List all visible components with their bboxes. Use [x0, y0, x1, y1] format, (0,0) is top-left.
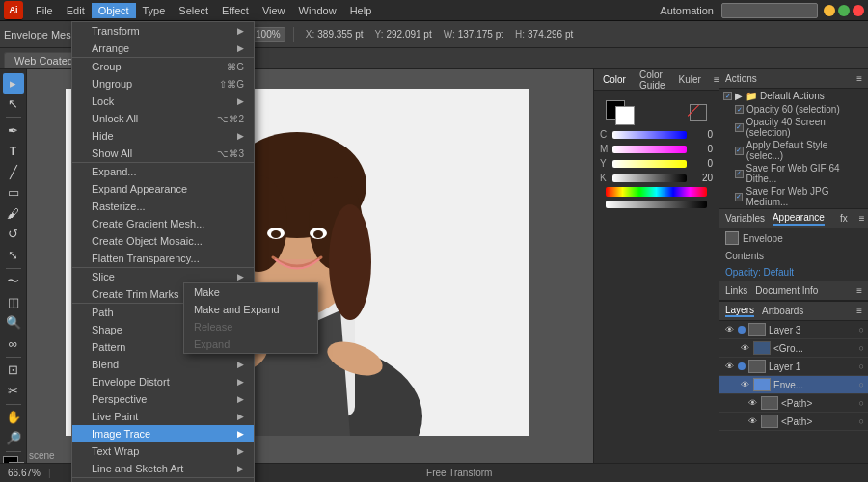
menu-envelope-distort[interactable]: Envelope Distort▶	[72, 373, 254, 390]
window-minimize[interactable]	[824, 5, 835, 16]
appearance-opacity-row[interactable]: Opacity: Default	[719, 264, 868, 281]
appearance-tab[interactable]: Appearance	[773, 212, 825, 226]
layer-expand-1[interactable]: ○	[859, 362, 864, 371]
sublayer-vis-gro[interactable]: 👁	[739, 342, 750, 354]
menu-hide[interactable]: Hide ▶	[72, 127, 254, 145]
menu-rasterize[interactable]: Rasterize...	[72, 198, 254, 215]
color-guide-tab[interactable]: Color Guide	[635, 67, 670, 93]
menu-line-sketch-art[interactable]: Line and Sketch Art▶	[72, 460, 254, 477]
actions-group-checkbox[interactable]	[723, 92, 732, 100]
envelope-checkbox[interactable]	[725, 231, 739, 245]
menu-ungroup[interactable]: Ungroup ⇧⌘G	[72, 75, 254, 93]
direct-select-tool[interactable]: ↖	[3, 94, 24, 115]
action-checkbox-4[interactable]	[735, 193, 743, 201]
action-checkbox-2[interactable]	[735, 147, 744, 155]
variables-tab[interactable]: Variables	[725, 213, 765, 224]
layer-sublayer-path2[interactable]: 👁 <Path> ○	[719, 413, 868, 431]
rect-tool[interactable]: ▭	[3, 183, 24, 203]
appearance-panel-menu[interactable]: ≡	[859, 213, 865, 224]
menu-window[interactable]: Window	[292, 3, 343, 18]
action-checkbox-3[interactable]	[735, 170, 744, 178]
c-slider[interactable]	[612, 131, 687, 139]
menu-text-wrap[interactable]: Text Wrap▶	[72, 442, 254, 460]
line-tool[interactable]: ╱	[3, 162, 24, 182]
action-item-2[interactable]: Apply Default Style (selec...)	[719, 139, 868, 162]
menu-group[interactable]: Group ⌘G	[72, 58, 254, 75]
warp-tool[interactable]: 〜	[3, 272, 24, 292]
trace-make[interactable]: Make	[184, 283, 317, 301]
layer-vis-1[interactable]: 👁	[723, 361, 735, 372]
color-spectrum[interactable]	[606, 187, 707, 197]
background-swatch[interactable]	[615, 106, 635, 125]
layer-sublayer-gro[interactable]: 👁 <Gro... ○	[719, 339, 868, 358]
menu-select[interactable]: Select	[172, 3, 215, 18]
sublayer-expand-enve[interactable]: ○	[859, 380, 864, 389]
appearance-menu-icon[interactable]: fx	[840, 213, 848, 224]
menu-transform[interactable]: Transform ▶	[72, 22, 254, 40]
paint-brush-tool[interactable]: 🖌	[3, 203, 24, 224]
menu-expand-appearance[interactable]: Expand Appearance	[72, 180, 254, 198]
action-checkbox-1[interactable]	[735, 123, 744, 132]
sublayer-expand-path2[interactable]: ○	[859, 416, 864, 426]
menu-view[interactable]: View	[256, 3, 292, 18]
layer-expand-3[interactable]: ○	[859, 325, 864, 335]
menu-create-gradient-mesh[interactable]: Create Gradient Mesh...	[72, 215, 254, 232]
zoom-tool[interactable]: 🔎	[3, 428, 24, 448]
menu-clipping-mask[interactable]: Clipping Mask▶	[72, 478, 254, 482]
links-tab[interactable]: Links	[725, 285, 747, 296]
menu-live-paint[interactable]: Live Paint▶	[72, 408, 254, 425]
layer-item-1[interactable]: 👁 Layer 1 ○	[719, 358, 868, 376]
menu-unlock-all[interactable]: Unlock All ⌥⌘2	[72, 110, 254, 127]
sublayer-vis-path2[interactable]: 👁	[746, 415, 758, 427]
menu-expand[interactable]: Expand...	[72, 163, 254, 180]
trace-release[interactable]: Release	[184, 318, 317, 335]
m-slider[interactable]	[612, 146, 687, 153]
action-item-1[interactable]: Opacity 40 Screen (selection)	[719, 116, 868, 139]
eyedropper-tool[interactable]: 🔍	[3, 313, 24, 334]
sublayer-expand-path1[interactable]: ○	[859, 398, 864, 408]
menu-show-all[interactable]: Show All ⌥⌘3	[72, 145, 254, 162]
kuler-tab[interactable]: Kuler	[674, 72, 706, 87]
trace-make-expand[interactable]: Make and Expand	[184, 301, 317, 318]
pen-tool[interactable]: ✒	[3, 120, 24, 141]
rotate-tool[interactable]: ↺	[3, 225, 24, 245]
menu-type[interactable]: Type	[136, 3, 173, 18]
menu-object[interactable]: Object	[92, 3, 136, 18]
sublayer-expand-gro[interactable]: ○	[859, 343, 864, 353]
trace-expand[interactable]: Expand	[184, 335, 317, 353]
layers-menu-icon[interactable]: ≡	[856, 306, 862, 316]
actions-group-header[interactable]: ▶ 📁 Default Actions	[719, 89, 868, 103]
black-gradient-bar[interactable]	[606, 201, 707, 208]
sublayer-vis-enve[interactable]: 👁	[739, 379, 750, 390]
layer-sublayer-path1[interactable]: 👁 <Path> ○	[719, 394, 868, 413]
menu-file[interactable]: File	[29, 3, 60, 18]
slice-tool[interactable]: ✂	[3, 381, 24, 401]
action-item-0[interactable]: Opacity 60 (selection)	[719, 103, 868, 116]
menu-arrange[interactable]: Arrange ▶	[72, 40, 254, 57]
menu-create-object-mosaic[interactable]: Create Object Mosaic...	[72, 232, 254, 250]
gradient-tool[interactable]: ◫	[3, 292, 24, 312]
sublayer-vis-path1[interactable]: 👁	[746, 397, 758, 409]
layer-item-3[interactable]: 👁 Layer 3 ○	[719, 321, 868, 339]
action-item-3[interactable]: Save For Web GIF 64 Dithe...	[719, 162, 868, 185]
y-slider[interactable]	[612, 160, 687, 168]
search-input[interactable]	[721, 3, 818, 18]
actions-menu-icon[interactable]: ≡	[856, 73, 862, 84]
window-maximize[interactable]	[838, 5, 850, 16]
blend-tool[interactable]: ∞	[3, 334, 24, 354]
artboards-tab[interactable]: Artboards	[762, 306, 803, 316]
menu-lock[interactable]: Lock ▶	[72, 93, 254, 110]
select-tool[interactable]: ▸	[3, 73, 24, 94]
links-menu-icon[interactable]: ≡	[856, 285, 862, 296]
action-checkbox-0[interactable]	[735, 105, 744, 114]
menu-help[interactable]: Help	[343, 3, 379, 18]
hand-tool[interactable]: ✋	[3, 407, 24, 427]
menu-edit[interactable]: Edit	[60, 3, 92, 18]
document-info-tab[interactable]: Document Info	[755, 285, 818, 296]
menu-blend[interactable]: Blend▶	[72, 356, 254, 373]
none-swatch[interactable]	[690, 104, 707, 121]
layers-tab[interactable]: Layers	[725, 305, 754, 317]
action-item-4[interactable]: Save For Web JPG Medium...	[719, 185, 868, 208]
menu-image-trace[interactable]: Image Trace▶	[72, 425, 254, 442]
opacity-input[interactable]	[251, 27, 285, 42]
